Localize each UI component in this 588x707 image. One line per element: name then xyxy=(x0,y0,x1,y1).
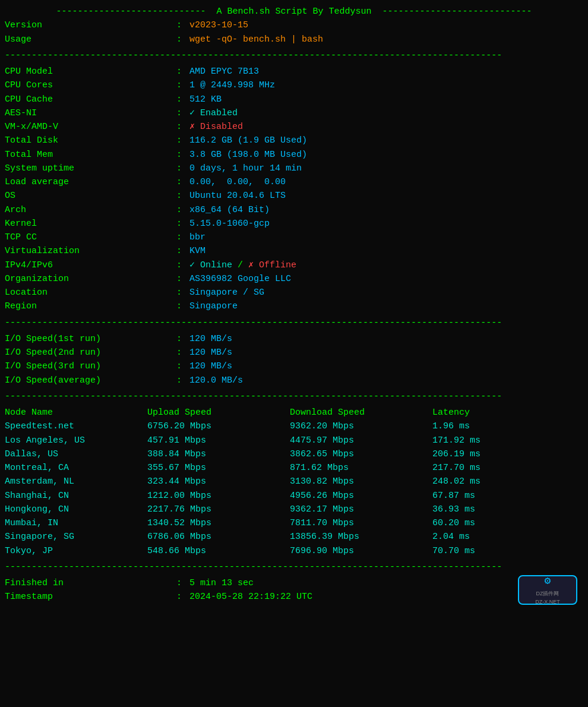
net-latency: 171.92 ms xyxy=(432,434,480,447)
timestamp-value: 2024-05-28 22:19:22 UTC xyxy=(189,590,312,604)
net-node: Los Angeles, US xyxy=(5,434,147,447)
sysinfo-colon: : xyxy=(171,299,187,313)
network-section: Node Name Upload Speed Download Speed La… xyxy=(5,403,583,560)
io-row: I/O Speed(average) : 120.0 MB/s xyxy=(5,374,583,387)
timestamp-colon: : xyxy=(171,590,187,604)
io-value: 120 MB/s xyxy=(189,332,232,346)
net-node: Tokyo, JP xyxy=(5,544,147,558)
sysinfo-colon: : xyxy=(171,203,187,217)
usage-label: Usage xyxy=(5,33,171,46)
io-label: I/O Speed(1st run) xyxy=(5,332,171,346)
finished-colon: : xyxy=(171,576,187,590)
sysinfo-colon: : xyxy=(171,272,187,286)
net-node: Speedtest.net xyxy=(5,419,147,433)
badge-inner: ⚙️ DZ插件网 DZ-X.NET xyxy=(535,573,560,607)
sysinfo-value: 116.2 GB (1.9 GB Used) xyxy=(189,134,307,147)
net-download: 4475.97 Mbps xyxy=(290,434,432,447)
network-row: Hongkong, CN2217.76 Mbps9362.17 Mbps36.9… xyxy=(5,503,583,516)
divider-4: ----------------------------------------… xyxy=(5,560,583,574)
sysinfo-colon: : xyxy=(171,148,187,162)
usage-colon: : xyxy=(171,33,187,46)
io-row: I/O Speed(2nd run) : 120 MB/s xyxy=(5,346,583,359)
net-download: 9362.20 Mbps xyxy=(290,419,432,433)
sysinfo-label: CPU Cache xyxy=(5,93,171,106)
net-download: 13856.39 Mbps xyxy=(290,530,432,544)
sysinfo-colon: : xyxy=(171,217,187,231)
network-row: Dallas, US388.84 Mbps3862.65 Mbps206.19 … xyxy=(5,447,583,461)
net-header-download: Download Speed xyxy=(290,406,432,419)
sysinfo-colon: : xyxy=(171,286,187,299)
finished-row: Finished in : 5 min 13 sec xyxy=(5,576,583,590)
divider-2: ----------------------------------------… xyxy=(5,316,583,330)
finished-label: Finished in xyxy=(5,576,171,590)
net-node: Montreal, CA xyxy=(5,461,147,475)
net-node: Hongkong, CN xyxy=(5,503,147,516)
sysinfo-colon: : xyxy=(171,106,187,120)
sysinfo-colon: : xyxy=(171,244,187,258)
sysinfo-value: Singapore / SG xyxy=(189,286,264,299)
sysinfo-colon: : xyxy=(171,189,187,203)
sysinfo-colon: : xyxy=(171,175,187,189)
sysinfo-row: CPU Cores : 1 @ 2449.998 MHz xyxy=(5,78,583,92)
net-latency: 1.96 ms xyxy=(432,419,470,433)
sysinfo-colon: : xyxy=(171,65,187,78)
io-section: I/O Speed(1st run) : 120 MB/sI/O Speed(2… xyxy=(5,330,583,390)
sysinfo-label: Virtualization xyxy=(5,244,171,258)
net-download: 871.62 Mbps xyxy=(290,461,432,475)
io-row: I/O Speed(3rd run) : 120 MB/s xyxy=(5,359,583,373)
net-upload: 6756.20 Mbps xyxy=(147,419,290,433)
net-download: 7696.90 Mbps xyxy=(290,544,432,558)
sysinfo-row: Load average : 0.00, 0.00, 0.00 xyxy=(5,175,583,189)
sysinfo-row: Region : Singapore xyxy=(5,299,583,313)
net-latency: 60.20 ms xyxy=(432,516,475,530)
sysinfo-row: System uptime : 0 days, 1 hour 14 min xyxy=(5,162,583,175)
sysinfo-value: 3.8 GB (198.0 MB Used) xyxy=(189,148,307,162)
net-upload: 388.84 Mbps xyxy=(147,447,290,461)
terminal-window: ---------------------------- A Bench.sh … xyxy=(0,0,588,707)
net-download: 3130.82 Mbps xyxy=(290,475,432,488)
sysinfo-value: ✓ Online / ✗ Offline xyxy=(189,258,296,272)
sysinfo-colon: : xyxy=(171,134,187,147)
net-download: 7811.70 Mbps xyxy=(290,516,432,530)
net-latency: 217.70 ms xyxy=(432,461,480,475)
net-latency: 67.87 ms xyxy=(432,489,475,503)
sysinfo-colon: : xyxy=(171,162,187,175)
sysinfo-value: 1 @ 2449.998 MHz xyxy=(189,78,275,92)
net-download: 4956.26 Mbps xyxy=(290,489,432,503)
divider-1: ----------------------------------------… xyxy=(5,49,583,62)
net-upload: 1340.52 Mbps xyxy=(147,516,290,530)
sysinfo-row: TCP CC : bbr xyxy=(5,231,583,244)
io-colon: : xyxy=(171,346,187,359)
sysinfo-value: 0.00, 0.00, 0.00 xyxy=(189,175,286,189)
sysinfo-label: Region xyxy=(5,299,171,313)
network-data-rows: Speedtest.net6756.20 Mbps9362.20 Mbps1.9… xyxy=(5,419,583,558)
sysinfo-row: Total Mem : 3.8 GB (198.0 MB Used) xyxy=(5,148,583,162)
net-latency: 206.19 ms xyxy=(432,447,480,461)
sysinfo-value: 512 KB xyxy=(189,93,222,106)
sysinfo-label: Arch xyxy=(5,203,171,217)
finished-value: 5 min 13 sec xyxy=(189,576,254,590)
net-latency: 36.93 ms xyxy=(432,503,475,516)
net-latency: 2.04 ms xyxy=(432,530,470,544)
sysinfo-colon: : xyxy=(171,120,187,134)
network-row: Speedtest.net6756.20 Mbps9362.20 Mbps1.9… xyxy=(5,419,583,433)
sysinfo-value: ✓ Enabled xyxy=(189,106,238,120)
sysinfo-value: Singapore xyxy=(189,299,238,313)
net-header-upload: Upload Speed xyxy=(147,406,290,419)
version-value: v2023-10-15 xyxy=(189,18,248,32)
sysinfo-value: KVM xyxy=(189,244,206,258)
sysinfo-colon: : xyxy=(171,231,187,244)
io-label: I/O Speed(2nd run) xyxy=(5,346,171,359)
sysinfo-value: x86_64 (64 Bit) xyxy=(189,203,270,217)
timestamp-label: Timestamp xyxy=(5,590,171,604)
badge-logo-icon: ⚙️ xyxy=(545,573,551,590)
dz-badge: ⚙️ DZ插件网 DZ-X.NET xyxy=(518,575,577,605)
badge-line1: DZ插件网 xyxy=(536,590,559,598)
io-label: I/O Speed(average) xyxy=(5,374,171,387)
sysinfo-label: CPU Model xyxy=(5,65,171,78)
sysinfo-row: CPU Cache : 512 KB xyxy=(5,93,583,106)
sysinfo-value: 0 days, 1 hour 14 min xyxy=(189,162,302,175)
sysinfo-row: VM-x/AMD-V : ✗ Disabled xyxy=(5,120,583,134)
version-colon: : xyxy=(171,18,187,32)
net-upload: 457.91 Mbps xyxy=(147,434,290,447)
